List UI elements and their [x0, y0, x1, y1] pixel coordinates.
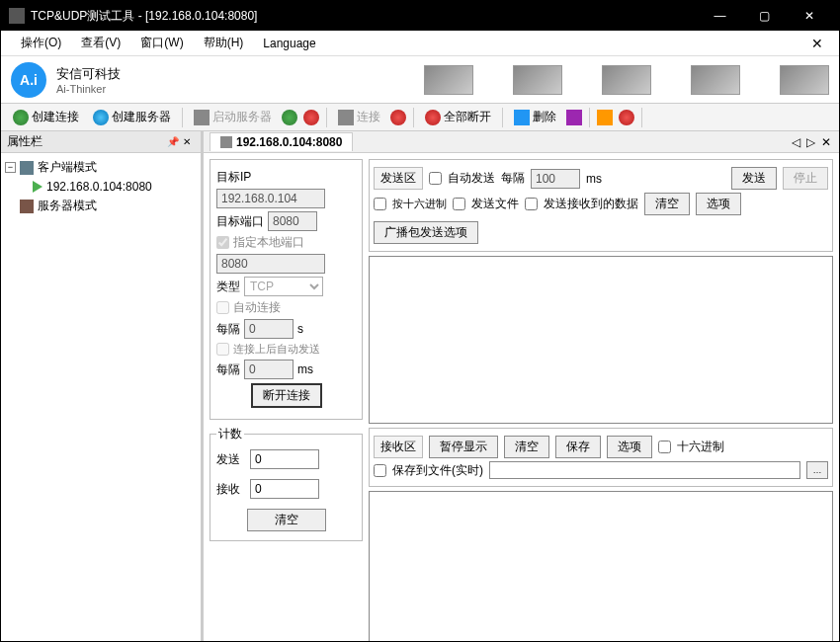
target-group: 目标IP 目标端口 指定本地端口 类型 TCP [210, 159, 363, 420]
recv-options-button[interactable]: 选项 [607, 436, 652, 458]
sidebar-close-icon[interactable]: ✕ [183, 136, 195, 148]
tree-server-mode[interactable]: 服务器模式 [5, 196, 197, 216]
panels: 目标IP 目标端口 指定本地端口 类型 TCP [204, 153, 839, 642]
connect-label: 连接 [357, 109, 380, 125]
globe-icon [93, 110, 109, 125]
create-connection-button[interactable]: 创建连接 [7, 106, 85, 128]
option-icon-1[interactable] [597, 110, 613, 125]
disconnect-icon[interactable] [390, 110, 406, 125]
create-server-label: 创建服务器 [112, 109, 171, 125]
disconnect-all-label: 全部断开 [444, 109, 491, 125]
purge-icon[interactable] [566, 110, 582, 125]
tab-label: 192.168.0.104:8080 [236, 135, 342, 149]
delete-button[interactable]: 删除 [508, 106, 562, 128]
sidebar-pins: 📌 ✕ [167, 136, 195, 148]
brand-logo: A.i [11, 62, 46, 98]
hex-recv-checkbox[interactable] [658, 441, 671, 453]
sidebar-header: 属性栏 📌 ✕ [1, 131, 201, 153]
file-path-input[interactable] [489, 461, 800, 479]
counter-legend: 计数 [216, 426, 244, 442]
send-count-input[interactable] [250, 449, 319, 469]
counter-clear-button[interactable]: 清空 [247, 509, 326, 531]
menu-window[interactable]: 窗口(W) [130, 31, 193, 55]
sidebar-title: 属性栏 [7, 133, 42, 150]
tab-next-icon[interactable]: ▷ [804, 135, 817, 149]
sidebar: 属性栏 📌 ✕ − 客户端模式 192.168.0.104:8080 服务器模式 [1, 131, 204, 642]
close-button[interactable]: ✕ [787, 1, 831, 31]
menu-operate[interactable]: 操作(O) [11, 31, 71, 55]
hex-send-checkbox[interactable] [374, 198, 386, 210]
send-interval-unit: ms [586, 172, 602, 186]
tab-nav: ◁ ▷ ✕ [790, 135, 833, 149]
recv-textarea[interactable] [369, 491, 833, 642]
chip-icon [691, 65, 740, 95]
server-mode-label: 服务器模式 [38, 198, 97, 214]
tree-client-mode[interactable]: − 客户端模式 [5, 157, 197, 178]
create-server-button[interactable]: 创建服务器 [87, 106, 177, 128]
start-server-label: 启动服务器 [212, 109, 272, 125]
target-ip-label: 目标IP [216, 169, 251, 186]
type-select: TCP [244, 277, 323, 296]
brand-cn: 安信可科技 [56, 65, 121, 83]
separator [182, 108, 183, 127]
disconnect-button[interactable]: 断开连接 [251, 383, 322, 408]
local-port-input[interactable] [216, 254, 325, 274]
window-title: TCP&UDP测试工具 - [192.168.0.104:8080] [31, 8, 698, 25]
tab-close-icon[interactable]: ✕ [819, 135, 833, 149]
interval1-input[interactable] [244, 319, 294, 339]
send-recv-data-label: 发送接收到的数据 [544, 196, 638, 212]
chip-icon [602, 65, 651, 95]
auto-send-checkbox[interactable] [429, 172, 442, 185]
chip-icon [424, 65, 473, 95]
maximize-button[interactable]: ▢ [742, 1, 787, 31]
tab-icon [220, 136, 232, 148]
content-area: 192.168.0.104:8080 ◁ ▷ ✕ 目标IP 目标端口 [204, 131, 839, 642]
type-label: 类型 [216, 279, 240, 295]
recv-count-input[interactable] [250, 479, 319, 499]
send-options-button[interactable]: 选项 [696, 193, 741, 215]
local-port-label: 指定本地端口 [233, 234, 304, 251]
menu-language[interactable]: Language [253, 33, 325, 54]
auto-send-after-conn-label: 连接上后自动发送 [233, 342, 320, 357]
broadcast-options-button[interactable]: 广播包发送选项 [374, 221, 478, 244]
pause-button[interactable]: 暂停显示 [429, 436, 498, 458]
minimize-button[interactable]: — [698, 1, 742, 31]
pin-icon[interactable]: 📌 [167, 136, 179, 148]
play-icon [33, 181, 42, 193]
stop-icon[interactable] [303, 110, 319, 125]
browse-button[interactable]: … [806, 461, 828, 479]
target-ip-input[interactable] [216, 189, 325, 208]
connect-button[interactable]: 连接 [332, 106, 386, 128]
interval2-input[interactable] [244, 360, 294, 379]
tree-connection-item[interactable]: 192.168.0.104:8080 [5, 178, 197, 196]
config-panel: 目标IP 目标端口 指定本地端口 类型 TCP [210, 159, 363, 642]
brand-banner: A.i 安信可科技 Ai-Thinker [1, 56, 839, 104]
tree-collapse-icon[interactable]: − [5, 162, 16, 173]
send-clear-button[interactable]: 清空 [644, 193, 690, 215]
menu-help[interactable]: 帮助(H) [194, 31, 254, 55]
send-interval-input[interactable] [531, 169, 580, 189]
interval2-label: 每隔 [216, 361, 240, 378]
create-conn-label: 创建连接 [32, 109, 79, 125]
option-icon-2[interactable] [619, 110, 634, 125]
target-port-input[interactable] [268, 211, 317, 231]
send-file-checkbox[interactable] [453, 198, 465, 210]
auto-send-label: 自动发送 [448, 170, 495, 187]
link-icon [13, 110, 29, 125]
save-to-file-checkbox[interactable] [374, 464, 386, 477]
mdi-close-button[interactable]: ✕ [805, 36, 829, 51]
auto-connect-label: 自动连接 [233, 299, 281, 316]
send-button[interactable]: 发送 [731, 167, 777, 190]
send-recv-data-checkbox[interactable] [525, 198, 538, 210]
main-area: 属性栏 📌 ✕ − 客户端模式 192.168.0.104:8080 服务器模式 [1, 131, 839, 642]
menu-view[interactable]: 查看(V) [71, 31, 130, 55]
connection-tab[interactable]: 192.168.0.104:8080 [210, 132, 353, 151]
disconnect-all-button[interactable]: 全部断开 [419, 106, 497, 128]
send-textarea[interactable] [369, 256, 833, 424]
chip-images [424, 65, 829, 95]
start-server-button[interactable]: 启动服务器 [188, 106, 278, 128]
recv-clear-button[interactable]: 清空 [504, 436, 549, 458]
recv-save-button[interactable]: 保存 [555, 436, 601, 458]
chip-icon [513, 65, 562, 95]
tab-prev-icon[interactable]: ◁ [790, 135, 802, 149]
